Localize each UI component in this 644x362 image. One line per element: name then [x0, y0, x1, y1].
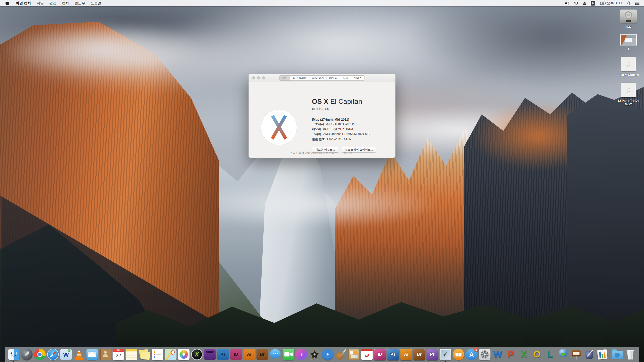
desktop-item-label: 1 Tu M'Oublies [618, 73, 639, 77]
indesign-icon[interactable]: ID [230, 349, 242, 360]
maps-icon[interactable] [165, 349, 177, 360]
menu-file[interactable]: 파일 [34, 0, 47, 6]
photoshop-icon[interactable]: Ps [217, 349, 229, 360]
garageband-icon[interactable] [335, 349, 347, 360]
wifi-icon[interactable] [573, 2, 580, 5]
premiere-cs-icon[interactable]: Pr [427, 349, 438, 360]
desktop-item-hard-drive[interactable]: mac [616, 10, 641, 28]
pages-icon[interactable] [584, 349, 595, 360]
menu-bar-status: A (토) 오후 3:00 [564, 1, 642, 6]
image-file-icon [620, 34, 637, 46]
wallpaper [0, 0, 644, 362]
app-menu-screen-capture[interactable]: 화면 캡처 [13, 0, 34, 6]
menu-edit[interactable]: 편집 [47, 0, 59, 6]
eject-icon[interactable] [582, 2, 588, 5]
photo-board-icon[interactable] [348, 349, 360, 360]
powerpoint-icon[interactable]: P [505, 349, 517, 360]
music-note-glyph: ♫ [626, 60, 631, 68]
illustrator-cs-icon[interactable]: Ai [400, 349, 412, 360]
safari-icon[interactable] [47, 349, 59, 360]
tab-displays[interactable]: 디스플레이 [290, 76, 309, 80]
apple-icon [6, 1, 9, 6]
dock: w2월22XPsIDAiBr♪IDPsAiBrPr✂A1WPXOL [5, 347, 639, 362]
calendar-icon[interactable]: 2월22 [113, 349, 124, 360]
tab-overview[interactable]: 개요 [279, 76, 290, 80]
about-info: OS X El Capitan 버전 10.11.6 iMac (27-inch… [312, 98, 390, 153]
system-preferences-icon[interactable] [479, 349, 491, 360]
mail-icon[interactable] [87, 349, 98, 360]
stickies-icon[interactable] [139, 349, 150, 360]
menu-help[interactable]: 도움말 [88, 0, 104, 6]
close-button[interactable] [252, 76, 255, 79]
desktop-item-label: mac [625, 25, 631, 28]
desktop-item-label: 12 Parle-T-Il De Moi? [616, 99, 641, 106]
desktop-item-audio-2[interactable]: ♫ 12 Parle-T-Il De Moi? [616, 83, 641, 106]
bridge-cs-icon[interactable]: Br [414, 349, 425, 360]
web-downloader-icon[interactable] [557, 349, 569, 360]
notes-icon[interactable] [126, 349, 137, 360]
acrobat-reader-icon[interactable] [361, 349, 373, 360]
menu-window[interactable]: 윈도우 [72, 0, 88, 6]
excel-icon[interactable]: X [518, 349, 530, 360]
spec-processor: 프로세서3.1 GHz Intel Core i5 [312, 122, 390, 126]
desktop-item-audio-1[interactable]: ♫ 1 Tu M'Oublies [616, 57, 641, 77]
idvd-icon[interactable] [321, 348, 334, 361]
finder-icon[interactable] [8, 349, 20, 360]
webhard-icon[interactable]: w [60, 349, 72, 360]
os-title-bold: OS X [312, 98, 328, 105]
about-this-mac-window: 개요 디스플레이 저장 공간 메모리 지원 서비스 [249, 74, 395, 158]
audio-file-icon: ♫ [621, 83, 636, 97]
photoshop-cs-icon[interactable]: Ps [387, 349, 399, 360]
downloads-folder-icon[interactable] [612, 349, 623, 360]
bridge-icon[interactable]: Br [257, 349, 268, 360]
window-titlebar[interactable]: 개요 디스플레이 저장 공간 메모리 지원 서비스 [249, 74, 395, 82]
messages-icon[interactable] [270, 349, 281, 360]
quark-x-icon[interactable]: X [191, 349, 203, 360]
menu-capture[interactable]: 캡처 [59, 0, 72, 6]
facetime-icon[interactable] [283, 349, 294, 360]
spec-graphics: 그래픽AMD Radeon HD 6970M 1024 MB [312, 132, 390, 137]
dock-divider [610, 348, 610, 361]
imovie-icon[interactable] [309, 349, 320, 360]
itunes-icon[interactable]: ♪ [296, 349, 307, 360]
volume-icon[interactable] [564, 1, 571, 5]
numbers-icon[interactable] [597, 349, 608, 360]
illustrator-icon[interactable]: Ai [244, 349, 255, 360]
tab-memory[interactable]: 메모리 [327, 76, 340, 80]
running-indicator [13, 361, 14, 362]
spotlight-icon[interactable] [625, 1, 632, 5]
launchpad-icon[interactable] [21, 349, 33, 360]
photos-icon[interactable] [178, 349, 190, 360]
keynote-icon[interactable] [571, 349, 582, 360]
toast-icon[interactable] [204, 349, 216, 360]
notification-center-icon[interactable] [634, 2, 641, 5]
contacts-icon[interactable] [100, 349, 111, 360]
grab-icon[interactable]: ✂ [440, 349, 451, 360]
ibooks-icon[interactable] [453, 349, 464, 360]
desktop-item-label: 1 [628, 47, 629, 51]
indesign-cs-icon[interactable]: ID [374, 349, 386, 360]
apple-menu[interactable] [2, 0, 13, 6]
outlook-icon[interactable]: O [531, 349, 543, 360]
audio-file-icon: ♫ [621, 57, 636, 71]
tab-storage[interactable]: 저장 공간 [309, 76, 327, 80]
screenshot-thumbnail [621, 35, 636, 45]
word-icon[interactable]: W [492, 349, 504, 360]
os-version: 버전 10.11.6 [312, 107, 390, 111]
hard-drive-icon [620, 10, 637, 23]
desktop-item-screenshot[interactable]: 1 [616, 34, 641, 51]
window-controls [252, 76, 265, 79]
lync-icon[interactable]: L [544, 349, 556, 360]
reminders-icon[interactable] [152, 349, 164, 360]
mac-model: iMac (27-inch, Mid 2011) [312, 118, 390, 121]
tab-support[interactable]: 지원 [340, 76, 351, 80]
trash-icon[interactable] [625, 349, 636, 360]
minimize-button[interactable] [257, 76, 260, 79]
vlc-icon[interactable] [73, 349, 85, 360]
chrome-icon[interactable] [34, 349, 46, 360]
zoom-button[interactable] [262, 76, 265, 79]
app-store-icon[interactable]: A1 [466, 349, 477, 360]
tab-service[interactable]: 서비스 [351, 76, 365, 80]
input-source-badge[interactable]: A [591, 1, 595, 6]
menu-clock[interactable]: (토) 오후 3:00 [598, 1, 624, 6]
